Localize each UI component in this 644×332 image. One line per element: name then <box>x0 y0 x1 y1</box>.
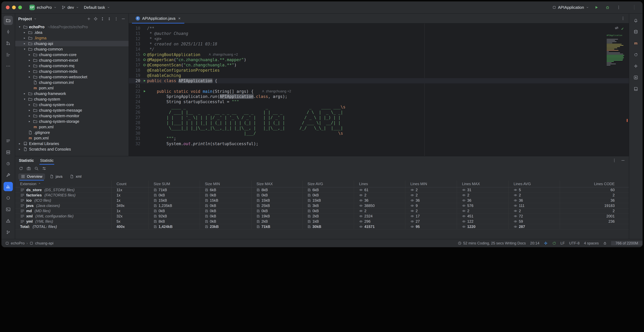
translation-icon[interactable] <box>631 73 640 82</box>
line-number[interactable]: 23 <box>129 94 142 99</box>
chevron-down-icon[interactable] <box>34 17 37 20</box>
column-header-lines-code[interactable]: Lines CODE <box>560 181 629 187</box>
stat-row-yml[interactable]: yml(YML files)5x8kB0kB2kB1kB296271225923… <box>15 219 629 224</box>
zoom-button[interactable] <box>18 5 22 9</box>
run-gutter-icon[interactable] <box>142 89 147 94</box>
line-number[interactable]: 10 <box>129 26 142 31</box>
line-number[interactable]: 28 <box>129 120 142 125</box>
stat-row-total[interactable]: Total:(TOTAL: files)400x1,424kB23kB71kB3… <box>15 224 629 230</box>
todo-icon[interactable] <box>4 136 13 145</box>
filter-settings-icon[interactable] <box>42 166 46 171</box>
tree-item-pom-xml[interactable]: mpom.xml <box>15 85 128 91</box>
code-line-23[interactable]: 23 SpringApplication.run(APIApplication.… <box>129 94 629 99</box>
lock-icon[interactable] <box>603 241 607 245</box>
code-area[interactable]: ✓ APIApplication 10/**11 * @author Chuan… <box>129 23 629 156</box>
encoding-widget[interactable]: UTF-8 <box>569 241 580 245</box>
line-number[interactable]: 13 <box>129 41 142 47</box>
time-tracking-widget[interactable]: 52 mins Coding, 25 secs Writing Docs <box>458 241 526 245</box>
statistic-icon[interactable] <box>4 182 13 191</box>
tree-item-chuang-system-core[interactable]: ▸chuang-system-core <box>15 102 128 107</box>
tree-item-scratches-and-consoles[interactable]: ▸Scratches and Consoles <box>15 146 128 152</box>
tree-item-chuang-common-core[interactable]: ▸chuang-common-core <box>15 52 128 57</box>
services-icon[interactable] <box>4 148 13 157</box>
code-line-24[interactable]: 24 String startupSuccessful = """ <box>129 99 629 104</box>
commit-icon[interactable] <box>4 27 13 36</box>
stat-row-md[interactable]: md(MD files)1x0kB0kB0kB0kB22222 <box>15 208 629 214</box>
more-tool-windows-icon[interactable] <box>4 61 13 71</box>
code-line-16[interactable]: 16@MapperScan("cn.zhangchuangla.**.mappe… <box>129 57 629 62</box>
view-tab-xml[interactable]: xml <box>67 173 84 180</box>
tree-item-chuang-common-redis[interactable]: ▸chuang-common-redis <box>15 68 128 74</box>
documentation-icon[interactable] <box>631 84 640 94</box>
tab-options-icon[interactable] <box>621 13 629 23</box>
author-hint[interactable]: zhangchuang +2 <box>208 52 238 57</box>
tree-item-chuang-common-websocket[interactable]: ▸chuang-common-websocket <box>15 74 128 80</box>
database-icon[interactable] <box>631 27 640 36</box>
code-line-25[interactable]: 25 ____ _ _ _ ____ ___\s <box>129 104 629 110</box>
line-ending-widget[interactable]: LF <box>560 241 565 245</box>
stat-row-ico[interactable]: ico(ICO files)1x15kB15kB15kB15kB36363636… <box>15 198 629 203</box>
tree-item-pom-xml[interactable]: mpom.xml <box>15 135 128 141</box>
line-number[interactable]: 15 <box>129 52 142 57</box>
branch-selector[interactable]: dev <box>59 4 82 11</box>
column-header-lines-max[interactable]: Lines MAX <box>457 181 509 187</box>
code-line-21[interactable]: 21 <box>129 83 629 89</box>
code-line-29[interactable]: 29 \____|_| |_|\__,_|\__,_|_| |_|\__, | … <box>129 125 629 131</box>
tree-item-chuang-system-monitor[interactable]: ▸chuang-system-monitor <box>15 113 128 119</box>
tree-item-chuang-system-storage[interactable]: ▸chuang-system-storage <box>15 119 128 124</box>
code-line-27[interactable]: 27 | | | '_ \| | | |/ _' | '_ \ / _' | |… <box>129 115 629 120</box>
code-line-10[interactable]: 10/** <box>129 26 629 31</box>
minimize-button[interactable] <box>12 5 16 9</box>
column-header-size-avg[interactable]: Size AVG <box>302 181 354 187</box>
spring-icon[interactable] <box>631 50 640 59</box>
more-actions-button[interactable] <box>615 4 622 11</box>
collapse-all-icon[interactable] <box>107 17 111 21</box>
tree-item-chuang-common-excel[interactable]: ▸chuang-common-excel <box>15 57 128 63</box>
tree-item-external-libraries[interactable]: ▸External Libraries <box>15 141 128 146</box>
expand-all-icon[interactable] <box>100 17 104 21</box>
code-line-30[interactable]: 30 |___/ \s <box>129 131 629 136</box>
column-header-extension[interactable]: Extension^ <box>15 181 112 187</box>
profiler-icon[interactable] <box>4 159 13 168</box>
snapshot-icon[interactable] <box>26 166 31 171</box>
code-line-14[interactable]: 14 */ <box>129 47 629 52</box>
code-line-18[interactable]: 18@EnableConfigurationProperties <box>129 68 629 73</box>
run-gutter-icon[interactable] <box>142 78 147 83</box>
column-header-size-min[interactable]: Size MIN <box>200 181 252 187</box>
maven-icon[interactable]: m <box>631 39 640 48</box>
code-line-31[interactable]: 31 """; <box>129 136 629 141</box>
column-header-lines-min[interactable]: Lines MIN <box>406 181 457 187</box>
task-selector[interactable]: Default task <box>82 4 112 11</box>
version-control-icon[interactable] <box>4 228 13 237</box>
column-header-lines-avg[interactable]: Lines AVG <box>509 181 560 187</box>
project-selector[interactable]: EP echoPro <box>27 3 59 11</box>
column-header-lines[interactable]: Lines <box>354 181 406 187</box>
build-icon[interactable] <box>4 170 13 180</box>
hide-panel-icon[interactable] <box>121 17 126 21</box>
search-icon[interactable] <box>34 166 39 171</box>
ai-assistant-icon[interactable] <box>631 61 640 71</box>
code-line-22[interactable]: 22 public static void main(String[] args… <box>129 89 629 94</box>
debug-button[interactable] <box>604 4 611 11</box>
close-tab-icon[interactable]: × <box>178 16 180 21</box>
code-line-32[interactable]: 32 System.out.println(startupSuccessful)… <box>129 141 629 146</box>
column-header-count[interactable]: Count <box>112 181 149 187</box>
code-line-19[interactable]: 19@EnableCaching <box>129 73 629 78</box>
line-number[interactable]: 21 <box>129 83 142 89</box>
tree-item-chuang-common-iml[interactable]: chuang-common.iml <box>15 80 128 85</box>
tree-item-chuang-framework[interactable]: ▸chuang-framework <box>15 91 128 96</box>
coverage-icon[interactable] <box>4 193 13 203</box>
code-line-11[interactable]: 11 * @author Chuang <box>129 31 629 36</box>
tree-item-chuang-system[interactable]: ▾chuang-system <box>15 96 128 102</box>
refresh-icon[interactable] <box>19 166 23 171</box>
line-number[interactable]: 30 <box>129 131 142 136</box>
spring-bean-gutter-icon[interactable] <box>142 62 147 68</box>
code-line-15[interactable]: 15@SpringBootApplicationzhangchuang +2 <box>129 52 629 57</box>
ai-plugin-icon[interactable] <box>544 241 548 245</box>
breadcrumb-project[interactable]: echoPro <box>11 241 24 245</box>
close-button[interactable] <box>6 5 10 9</box>
spring-plugin-icon[interactable] <box>552 241 556 245</box>
column-header-size-sum[interactable]: Size SUM <box>149 181 200 187</box>
author-hint[interactable]: zhangchuang +2 <box>262 89 291 94</box>
run-button[interactable] <box>593 4 600 11</box>
